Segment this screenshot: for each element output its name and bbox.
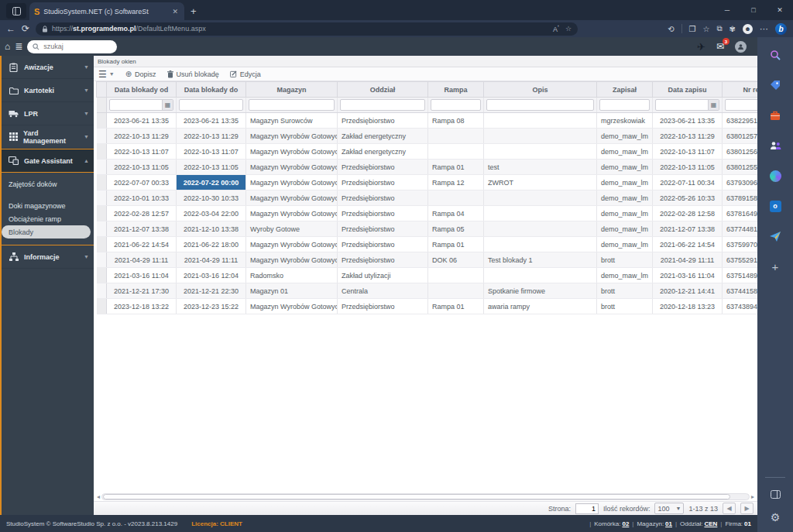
table-row[interactable]: 2021-04-29 11:112021-04-29 11:11Magazyn … <box>97 252 758 268</box>
refresh-icon[interactable]: ⟳ <box>22 23 29 34</box>
window-close-button[interactable]: ✕ <box>767 0 793 20</box>
table-cell[interactable]: Przedsiębiorstwo <box>338 252 428 268</box>
table-cell[interactable]: Magazyn Wyrobów Gotowych <box>246 160 338 175</box>
table-cell[interactable]: Spotkanie firmowe <box>484 283 597 299</box>
address-bar[interactable]: https://st.programdemo.pl/DefaultLeftMen… <box>36 22 578 36</box>
filter-input[interactable] <box>431 100 480 110</box>
table-cell[interactable]: 2023-06-21 13:35 <box>107 113 177 129</box>
tab-close-icon[interactable]: ✕ <box>170 8 180 15</box>
table-cell[interactable]: Magazyn Wyrobów Gotowych <box>246 299 338 314</box>
sidebar-item-awizacje[interactable]: Awizacje▼ <box>2 56 94 79</box>
table-cell[interactable]: 2022-10-13 11:07 <box>177 144 246 160</box>
prev-page-button[interactable]: ◀ <box>723 503 736 514</box>
edit-button[interactable]: Edycja <box>230 70 261 78</box>
table-cell[interactable]: ZWROT <box>484 175 597 190</box>
sidebar-search-icon[interactable] <box>768 48 782 62</box>
browser-essentials-icon[interactable]: ⟲ <box>668 25 674 33</box>
sidebar-subitem-doki-magazynowe[interactable]: Doki magazynowe <box>2 199 94 212</box>
collections-icon[interactable]: ⧉ <box>716 24 722 33</box>
table-cell[interactable]: Zakład utylizacji <box>338 268 428 283</box>
add-button[interactable]: ⊕ Dopisz <box>125 70 156 78</box>
table-cell[interactable]: 2021-03-16 11:04 <box>653 268 723 283</box>
table-cell[interactable]: 2022-05-26 10:33 <box>653 190 723 206</box>
table-cell[interactable]: 6377448110826 <box>723 221 758 237</box>
table-cell[interactable]: 2021-12-10 13:38 <box>177 221 246 237</box>
sidebar-item-lpr[interactable]: LPR▼ <box>2 102 94 125</box>
table-cell[interactable] <box>484 129 597 144</box>
table-cell[interactable]: Magazyn Wyrobów Gotowych <box>246 175 338 190</box>
table-cell[interactable]: brott <box>597 283 653 299</box>
filter-input[interactable] <box>656 100 708 110</box>
column-header[interactable]: Opis <box>484 82 597 98</box>
bing-logo-icon[interactable]: b <box>775 23 787 35</box>
table-cell[interactable]: Przedsiębiorstwo <box>338 221 428 237</box>
table-cell[interactable]: brott <box>597 299 653 314</box>
menu-list-icon[interactable]: ≣ <box>15 41 22 52</box>
status-segment-magazyn[interactable]: Magazyn:01 <box>637 520 672 527</box>
table-cell[interactable]: 6375529148899 <box>723 252 758 268</box>
table-cell[interactable]: 2022-10-13 11:29 <box>107 129 177 144</box>
table-cell[interactable]: 6375997047864 <box>723 237 758 252</box>
user-icon[interactable] <box>735 41 747 53</box>
table-cell[interactable]: 2021-03-16 11:04 <box>107 268 177 283</box>
table-cell[interactable]: 2021-12-07 13:38 <box>653 221 723 237</box>
table-cell[interactable]: Rampa 08 <box>428 113 484 129</box>
table-cell[interactable] <box>484 206 597 221</box>
table-cell[interactable]: 2022-10-13 11:07 <box>107 144 177 160</box>
table-cell[interactable]: 6380125606805 <box>723 144 758 160</box>
table-cell[interactable]: 6379309639793 <box>723 175 758 190</box>
row-selector-cell[interactable] <box>97 237 107 252</box>
outlook-icon[interactable]: o <box>768 199 782 213</box>
table-cell[interactable]: 2021-12-07 13:38 <box>107 221 177 237</box>
table-row[interactable]: 2022-10-01 10:332022-10-30 10:33Magazyn … <box>97 190 758 206</box>
column-header[interactable]: Data blokady od <box>107 82 177 98</box>
table-cell[interactable]: 2022-03-04 22:00 <box>177 206 246 221</box>
sidebar-item-yard-management[interactable]: Yard Management▼ <box>2 125 94 149</box>
delete-button[interactable]: Usuń blokadę <box>167 70 219 78</box>
table-cell[interactable]: 2021-12-21 17:30 <box>107 283 177 299</box>
window-minimize-button[interactable]: ─ <box>714 0 740 20</box>
row-selector-cell[interactable] <box>97 206 107 221</box>
panel-icon[interactable] <box>768 487 782 501</box>
mail-icon[interactable]: ✉3 <box>716 41 724 52</box>
next-page-button[interactable]: ▶ <box>740 503 754 514</box>
row-selector-cell[interactable] <box>97 268 107 283</box>
table-cell[interactable]: Magazyn Wyrobów Gotowych <box>246 144 338 160</box>
table-cell[interactable]: Magazyn Wyrobów Gotowych <box>246 252 338 268</box>
table-cell[interactable]: demo_maw_lm <box>597 175 653 190</box>
table-cell[interactable]: demo_maw_lm <box>597 206 653 221</box>
table-row[interactable]: 2021-12-21 17:302021-12-21 22:30Magazyn … <box>97 283 758 299</box>
table-cell[interactable]: Magazyn Surowców <box>246 113 338 129</box>
table-cell[interactable]: 2022-07-22 00:00 <box>177 175 246 190</box>
column-header[interactable]: Zapisał <box>597 82 653 98</box>
settings-gear-icon[interactable]: ⚙ <box>768 510 782 524</box>
people-icon[interactable] <box>768 139 782 153</box>
table-cell[interactable]: demo_maw_lm <box>597 237 653 252</box>
table-row[interactable]: 2022-10-13 11:292022-10-13 11:29Magazyn … <box>97 129 758 144</box>
table-cell[interactable]: demo_maw_lm <box>597 160 653 175</box>
table-row[interactable]: 2021-06-22 14:542021-06-22 18:00Magazyn … <box>97 237 758 252</box>
scrollbar-thumb[interactable] <box>103 494 730 499</box>
row-selector-cell[interactable] <box>97 299 107 314</box>
filter-input[interactable] <box>600 100 649 110</box>
horizontal-scrollbar[interactable]: ◂ ▸ <box>97 492 754 501</box>
table-row[interactable]: 2022-10-13 11:052022-10-13 11:05Magazyn … <box>97 160 758 175</box>
table-cell[interactable]: Wyroby Gotowe <box>246 221 338 237</box>
column-header[interactable]: Data zapisu <box>653 82 723 98</box>
table-cell[interactable]: 6380125734559 <box>723 129 758 144</box>
table-cell[interactable]: Przedsiębiorstwo <box>338 237 428 252</box>
table-cell[interactable]: 6382295130801 <box>723 113 758 129</box>
table-cell[interactable]: brott <box>597 252 653 268</box>
table-cell[interactable]: 2022-02-28 12:57 <box>107 206 177 221</box>
plane-icon[interactable]: ✈ <box>697 41 705 53</box>
table-cell[interactable]: 2021-06-22 14:54 <box>107 237 177 252</box>
table-cell[interactable]: 2022-07-07 00:33 <box>107 175 177 190</box>
table-cell[interactable]: Test blokady 1 <box>484 252 597 268</box>
tag-icon[interactable] <box>768 78 782 92</box>
table-cell[interactable]: demo_maw_lm <box>597 221 653 237</box>
table-cell[interactable]: Magazyn Wyrobów Gotowych <box>246 129 338 144</box>
table-cell[interactable]: demo_maw_lm <box>597 268 653 283</box>
table-row[interactable]: 2023-06-21 13:352023-06-21 13:35Magazyn … <box>97 113 758 129</box>
row-selector-cell[interactable] <box>97 175 107 190</box>
row-selector-cell[interactable] <box>97 221 107 237</box>
